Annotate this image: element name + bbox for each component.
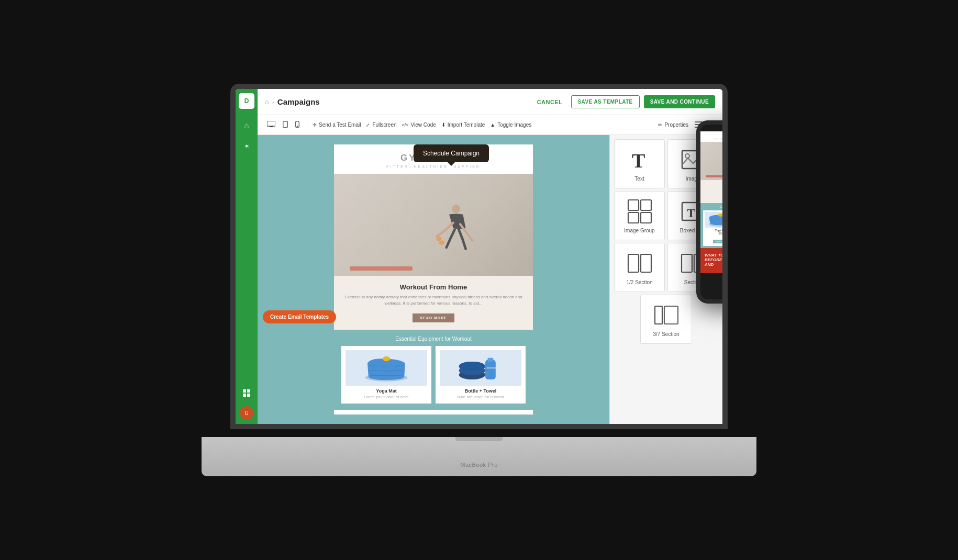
sidebar-item-campaigns[interactable]: ✶ [238, 137, 255, 155]
import-template-button[interactable]: ⬇ Import Template [441, 122, 485, 128]
cancel-button[interactable]: CANCEL [533, 96, 567, 108]
bottle-towel-name: Bottle + Towel [440, 388, 521, 394]
svg-rect-22 [485, 360, 496, 379]
create-email-templates-tooltip: Create Email Templates [263, 310, 336, 323]
email-tagline: FITTER, HEALTHIER, HAPPIER [344, 165, 522, 169]
bottle-towel-desc: Nunc accumsan elit euismod [440, 395, 521, 399]
svg-rect-5 [270, 126, 273, 127]
email-equipment-section: Essential Equipment for Workout [334, 330, 533, 410]
block-text-label: Text [634, 176, 644, 182]
breadcrumb: ⌂ › Campaigns [265, 97, 529, 106]
phone-workout-title: Workout From Home [705, 183, 728, 186]
fullscreen-icon: ⤢ [366, 122, 370, 128]
phone-mockup: GYM & GYM FITTER, HEALTHIER, HAPPIER [696, 120, 728, 304]
phone-product-yoga-mat: Yoga Mat $20 BUY NOW [703, 210, 728, 246]
svg-rect-40 [682, 254, 692, 272]
save-continue-button[interactable]: SAVE AND CONTINUE [644, 95, 715, 108]
svg-rect-4 [267, 121, 275, 126]
device-tablet-button[interactable] [281, 120, 290, 130]
block-37-section[interactable]: 3/7 Section [640, 295, 693, 344]
phone-brand: GYM & GYM [705, 134, 728, 138]
avatar: U [240, 406, 253, 420]
phone-equip-title: Essential Equipment for Workout [703, 205, 728, 208]
svg-rect-21 [384, 356, 388, 361]
view-code-button[interactable]: </> View Code [402, 122, 436, 128]
toolbar: ✈ Send a Test Email ⤢ Fullscreen </> Vie… [258, 115, 722, 135]
topbar: ⌂ › Campaigns CANCEL SAVE AS TEMPLATE SA… [258, 89, 722, 115]
sidebar-logo: D [239, 93, 254, 109]
svg-text:T: T [632, 150, 645, 172]
phone-food-text: WHAT TO EAT BEFORE AND [705, 253, 728, 267]
text-block-icon: T [626, 146, 653, 173]
yoga-mat-name: Yoga Mat [346, 388, 427, 394]
svg-rect-34 [628, 212, 639, 223]
breadcrumb-separator: › [272, 98, 274, 106]
block-37-section-label: 3/7 Section [653, 331, 679, 337]
svg-point-16 [452, 205, 460, 213]
phone-tagline: FITTER, HEALTHIER, HAPPIER [705, 138, 728, 140]
37-section-block-icon [653, 301, 680, 329]
email-preview: GYM & GYM FITTER, HEALTHIER, HAPPIER [258, 135, 609, 424]
import-icon: ⬇ [441, 122, 445, 128]
phone-workout-section: Workout From Home Exercise is any bodily… [700, 180, 728, 203]
device-desktop-button[interactable] [265, 120, 277, 130]
phone-food-section: WHAT TO EAT BEFORE AND [700, 248, 728, 273]
svg-rect-24 [487, 367, 496, 368]
phone-workout-desc: Exercise is any bodily activity... [705, 187, 728, 190]
product-bottle-towel: Bottle + Towel Nunc accumsan elit euismo… [436, 346, 526, 404]
send-test-email-button[interactable]: ✈ Send a Test Email [313, 122, 361, 128]
image-group-block-icon [626, 198, 653, 225]
page-title: Campaigns [277, 97, 320, 106]
product-yoga-mat: Yoga Mat Lorem ipsum dolor sit amet [341, 346, 431, 404]
svg-point-8 [297, 126, 298, 127]
laptop-label: MacBook Pro [460, 462, 498, 468]
svg-rect-38 [628, 254, 639, 272]
svg-rect-35 [641, 212, 651, 223]
phone-screen: GYM & GYM FITTER, HEALTHIER, HAPPIER [700, 131, 728, 273]
svg-rect-1 [247, 389, 250, 393]
email-hero-image [334, 174, 533, 276]
block-half-section-label: 1/2 Section [626, 279, 652, 285]
svg-rect-6 [283, 121, 288, 127]
svg-point-31 [685, 154, 689, 158]
svg-rect-2 [243, 394, 246, 397]
svg-rect-23 [488, 357, 494, 361]
phone-yoga-mat-price: $20 [705, 232, 728, 235]
email-workout-desc: Exercise is any bodily activity that enh… [344, 294, 522, 307]
svg-rect-3 [247, 394, 250, 397]
email-body: GYM & GYM FITTER, HEALTHIER, HAPPIER [334, 144, 533, 415]
phone-equipment-section: Essential Equipment for Workout [700, 203, 728, 248]
pencil-icon: ✏ [658, 122, 662, 128]
schedule-campaign-tooltip: Schedule Campaign [414, 144, 489, 162]
block-image-group-label: Image Group [624, 228, 654, 233]
svg-rect-33 [641, 200, 651, 210]
toggle-icon: ▲ [490, 122, 495, 128]
toolbar-divider [307, 120, 307, 130]
toggle-images-button[interactable]: ▲ Toggle Images [490, 122, 531, 128]
block-half-section[interactable]: 1/2 Section [614, 243, 665, 292]
email-workout-title: Workout From Home [344, 283, 522, 291]
block-image-group[interactable]: Image Group [614, 191, 665, 240]
breadcrumb-home-icon: ⌂ [265, 98, 269, 106]
code-icon: </> [402, 122, 409, 128]
sidebar-item-home[interactable]: ⌂ [238, 116, 255, 134]
phone-notch [725, 125, 728, 131]
email-workout-section: Workout From Home Exercise is any bodily… [334, 276, 533, 330]
block-text[interactable]: T Text [614, 139, 665, 188]
sidebar-item-grid[interactable] [238, 384, 255, 402]
svg-rect-32 [628, 200, 639, 210]
fullscreen-button[interactable]: ⤢ Fullscreen [366, 122, 396, 128]
save-template-button[interactable]: SAVE AS TEMPLATE [571, 95, 640, 108]
device-mobile-button[interactable] [293, 120, 302, 130]
sidebar: D ⌂ ✶ U [236, 89, 258, 424]
svg-rect-48 [719, 214, 722, 217]
send-icon: ✈ [313, 122, 317, 128]
email-equipment-title: Essential Equipment for Workout [341, 336, 526, 342]
properties-button[interactable]: ✏ Properties [658, 122, 688, 128]
read-more-button[interactable]: READ MORE [413, 313, 454, 322]
svg-rect-44 [664, 306, 678, 324]
svg-point-28 [459, 361, 485, 371]
half-section-block-icon [626, 250, 653, 277]
svg-rect-0 [243, 389, 246, 393]
yoga-mat-desc: Lorem ipsum dolor sit amet [346, 395, 427, 399]
